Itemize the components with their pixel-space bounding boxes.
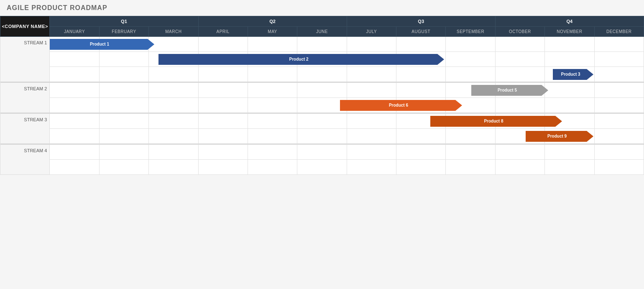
cell-s0-r2-m3 [198,67,248,82]
cell-s3-r1-m3 [198,160,248,175]
cell-s1-r0-m5 [297,83,347,98]
cell-s2-r0-m3 [198,114,248,129]
cell-s0-r2-m4 [248,67,297,82]
stream-row-1-0: STREAM 2Product 5 [0,83,644,98]
cell-s0-r2-m11 [594,67,644,82]
cell-s2-r0-m4 [248,114,297,129]
cell-s0-r2-m2 [149,67,198,82]
cell-s0-r0-m5 [297,37,347,52]
cell-s3-r0-m7 [396,145,446,160]
quarter-header-q3: Q3 [347,16,495,27]
cell-s0-r0-m11 [594,37,644,52]
cell-s2-r1-m4 [248,129,297,144]
roadmap-container: AGILE PRODUCT ROADMAP <COMPANY NAME>Q1Q2… [0,0,644,175]
stream-row-0-1: Product 2 [0,52,644,67]
stream-row-3-1 [0,160,644,175]
roadmap-table: <COMPANY NAME>Q1Q2Q3Q4JANUARYFEBRUARYMAR… [0,16,644,175]
cell-s0-r0-m9 [495,37,544,52]
cell-s0-r0-m4 [248,37,297,52]
quarter-header-q1: Q1 [50,16,198,27]
bar-product-2: Product 2 [158,54,444,65]
cell-s0-r2-m5 [297,67,347,82]
cell-s2-r1-m0: Product 9 [50,129,99,144]
cell-s1-r1-m1 [99,98,148,113]
bar-label-product-5: Product 5 [498,88,517,92]
cell-s2-r0-m0: Product 8 [50,114,99,129]
month-header-september: SEPTEMBER [446,27,495,37]
cell-s3-r0-m6 [347,145,396,160]
roadmap-chart: <COMPANY NAME>Q1Q2Q3Q4JANUARYFEBRUARYMAR… [0,16,644,175]
cell-s1-r0-m11 [594,83,644,98]
cell-s1-r0-m1 [99,83,148,98]
cell-s0-r2-m8 [446,67,495,82]
cell-s0-r2-m7 [396,67,446,82]
cell-s0-r1-m11 [594,52,644,67]
month-header-june: JUNE [297,27,347,37]
company-cell: <COMPANY NAME> [0,16,50,37]
bar-product-1: Product 1 [50,39,154,50]
cell-s3-r0-m10 [545,145,594,160]
cell-s1-r1-m0: Product 6 [50,98,99,113]
cell-s1-r0-m0: Product 5 [50,83,99,98]
cell-s0-r2-m6 [347,67,396,82]
cell-s1-r1-m4 [248,98,297,113]
cell-s1-r1-m5 [297,98,347,113]
cell-s3-r0-m1 [99,145,148,160]
cell-s3-r1-m10 [545,160,594,175]
cell-s0-r0-m8 [446,37,495,52]
stream-row-1-1: Product 6 [0,98,644,113]
cell-s0-r0-m0: Product 1 [50,37,99,52]
cell-s2-r0-m1 [99,114,148,129]
cell-s1-r1-m2 [149,98,198,113]
quarter-header-q2: Q2 [198,16,347,27]
cell-s2-r1-m8 [446,129,495,144]
cell-s3-r1-m8 [446,160,495,175]
cell-s0-r2-m1 [99,67,148,82]
bar-label-product-1: Product 1 [90,42,109,46]
cell-s0-r1-m1 [99,52,148,67]
quarter-header-q4: Q4 [495,16,644,27]
cell-s3-r0-m8 [446,145,495,160]
cell-s0-r2-m9 [495,67,544,82]
cell-s3-r0-m5 [297,145,347,160]
cell-s0-r0-m7 [396,37,446,52]
month-header-april: APRIL [198,27,248,37]
cell-s2-r1-m11 [594,129,644,144]
cell-s3-r1-m4 [248,160,297,175]
bar-label-product-8: Product 8 [484,119,503,123]
month-header-january: JANUARY [50,27,99,37]
bar-label-product-9: Product 9 [547,134,567,138]
cell-s2-r1-m3 [198,129,248,144]
bar-label-product-2: Product 2 [289,57,309,61]
stream-row-0-2: Product 3 [0,67,644,82]
cell-s2-r1-m1 [99,129,148,144]
cell-s1-r0-m4 [248,83,297,98]
page-title: AGILE PRODUCT ROADMAP [0,0,644,16]
bar-product-3: Product 3 [553,69,594,80]
stream-row-2-1: Product 9 [0,129,644,144]
bar-product-8: Product 8 [430,116,562,127]
cell-s0-r0-m10 [545,37,594,52]
cell-s3-r0-m9 [495,145,544,160]
bar-label-product-6: Product 6 [389,103,408,107]
cell-s3-r1-m6 [347,160,396,175]
cell-s3-r0-m4 [248,145,297,160]
cell-s2-r0-m5 [297,114,347,129]
month-header-may: MAY [248,27,297,37]
cell-s3-r1-m9 [495,160,544,175]
cell-s2-r1-m2 [149,129,198,144]
cell-s3-r1-m0 [50,160,99,175]
stream-row-0-0: STREAM 1Product 1 [0,37,644,52]
cell-s3-r1-m2 [149,160,198,175]
bar-product-9: Product 9 [526,131,594,142]
bar-product-5: Product 5 [471,85,548,96]
cell-s1-r0-m3 [198,83,248,98]
cell-s1-r1-m11 [594,98,644,113]
bar-product-6: Product 6 [340,100,463,111]
cell-s0-r0-m3 [198,37,248,52]
month-header-february: FEBRUARY [99,27,148,37]
cell-s3-r1-m11 [594,160,644,175]
cell-s3-r0-m2 [149,145,198,160]
cell-s0-r2-m0: Product 3 [50,67,99,82]
cell-s3-r0-m0 [50,145,99,160]
